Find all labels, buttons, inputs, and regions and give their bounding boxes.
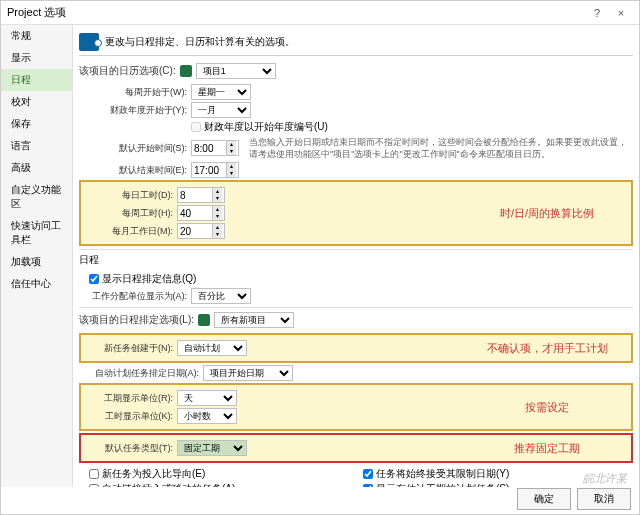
sidebar-item-2[interactable]: 日程 <box>1 69 72 91</box>
close-button[interactable]: × <box>609 7 633 19</box>
sidebar-item-7[interactable]: 自定义功能区 <box>1 179 72 215</box>
sidebar: 常规显示日程校对保存语言高级自定义功能区快速访问工具栏加载项信任中心 <box>1 25 73 487</box>
option-check[interactable]: 自动链接插入或移动的任务(A) <box>89 482 359 487</box>
sidebar-item-1[interactable]: 显示 <box>1 47 72 69</box>
auto-date-select[interactable]: 项目开始日期 <box>203 365 293 381</box>
new-task-select[interactable]: 自动计划 <box>177 340 247 356</box>
show-schedule-info[interactable]: 显示日程排定信息(Q) <box>89 272 196 286</box>
default-start-time[interactable]: 8:00▴▾ <box>191 140 239 156</box>
sidebar-item-8[interactable]: 快速访问工具栏 <box>1 215 72 251</box>
project-icon <box>180 65 192 77</box>
sidebar-item-3[interactable]: 校对 <box>1 91 72 113</box>
conversion-annotation: 时/日/周的换算比例 <box>467 185 627 241</box>
duration-unit-select[interactable]: 天 <box>177 390 237 406</box>
schedule-title: 日程 <box>79 249 633 270</box>
watermark: 皖北许某 <box>583 471 627 486</box>
unit-box: 工期显示单位(R): 天 工时显示单位(K): 小时数 按需设定 <box>79 383 633 431</box>
ok-button[interactable]: 确定 <box>517 488 571 510</box>
sidebar-item-4[interactable]: 保存 <box>1 113 72 135</box>
project-icon <box>198 314 210 326</box>
default-end-time[interactable]: 17:00▴▾ <box>191 162 239 178</box>
assign-unit-select[interactable]: 百分比 <box>191 288 251 304</box>
task-type-select[interactable]: 固定工期 <box>177 440 247 456</box>
work-unit-select[interactable]: 小时数 <box>177 408 237 424</box>
main-panel: 更改与日程排定、日历和计算有关的选项。 该项目的日历选项(C): 项目1 每周开… <box>73 25 639 487</box>
window-title: Project 选项 <box>7 5 585 20</box>
hours-per-week[interactable]: 40▴▾ <box>177 205 225 221</box>
titlebar: Project 选项 ? × <box>1 1 639 25</box>
calendar-project-select[interactable]: 项目1 <box>196 63 276 79</box>
new-task-box: 新任务创建于(N): 自动计划 不确认项，才用手工计划 <box>79 333 633 363</box>
option-check[interactable]: 新任务为投入比导向(E) <box>89 467 359 481</box>
sidebar-item-5[interactable]: 语言 <box>1 135 72 157</box>
sidebar-item-6[interactable]: 高级 <box>1 157 72 179</box>
sidebar-item-0[interactable]: 常规 <box>1 25 72 47</box>
sidebar-item-9[interactable]: 加载项 <box>1 251 72 273</box>
header-icon <box>79 33 99 51</box>
schedule-checkboxes: 新任务为投入比导向(E)任务将始终接受其限制日期(Y)自动链接插入或移动的任务(… <box>79 465 633 487</box>
help-button[interactable]: ? <box>585 7 609 19</box>
days-per-month[interactable]: 20▴▾ <box>177 223 225 239</box>
week-start-select[interactable]: 星期一 <box>191 84 251 100</box>
hours-conversion-box: 每日工时(D): 8▴▾ 每周工时(H): 40▴▾ 每月工作日(M): 20▴… <box>79 180 633 246</box>
time-note: 当您输入开始日期或结束日期而不指定时间时，这些时间会被分配给任务。如果要更改此设… <box>249 136 633 160</box>
cancel-button[interactable]: 取消 <box>577 488 631 510</box>
hours-per-day[interactable]: 8▴▾ <box>177 187 225 203</box>
fiscal-start-select[interactable]: 一月 <box>191 102 251 118</box>
calendar-section-label: 该项目的日历选项(C): <box>79 64 176 78</box>
options-project-select[interactable]: 所有新项目 <box>214 312 294 328</box>
header-text: 更改与日程排定、日历和计算有关的选项。 <box>105 35 295 49</box>
task-type-box: 默认任务类型(T): 固定工期 推荐固定工期 <box>79 433 633 463</box>
sidebar-item-10[interactable]: 信任中心 <box>1 273 72 295</box>
fiscal-num-checkbox[interactable]: 财政年度以开始年度编号(U) <box>191 120 328 134</box>
